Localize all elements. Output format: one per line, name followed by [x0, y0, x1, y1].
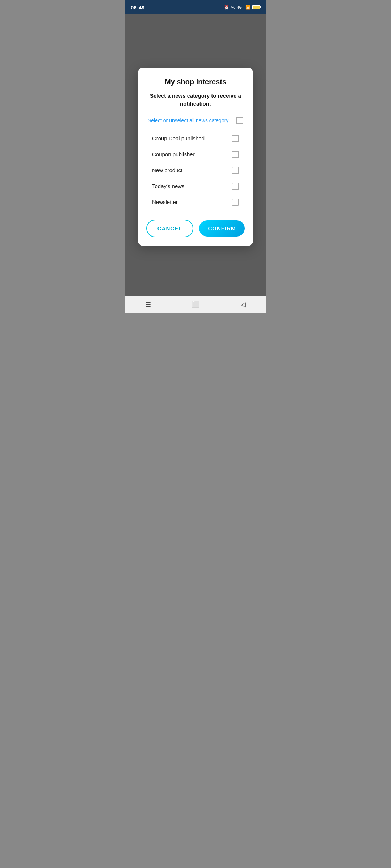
todays-news-label: Today's news [152, 183, 185, 189]
dialog-subtitle: Select a news category to receive a noti… [146, 92, 245, 108]
home-button[interactable]: ⬜ [185, 298, 207, 311]
coupon-label: Coupon published [152, 151, 196, 157]
confirm-button[interactable]: CONFIRM [199, 220, 245, 237]
bottom-nav: ☰ ⬜ ◁ [125, 296, 266, 313]
overlay: My shop interests Select a news category… [125, 0, 266, 313]
todays-news-checkbox[interactable] [232, 183, 239, 190]
volte-icon: Vo [231, 5, 235, 9]
checkbox-row-new-product[interactable]: New product [146, 163, 245, 178]
newsletter-checkbox[interactable] [232, 199, 239, 206]
status-bar: 06:49 ⏰ Vo 4G⁺ 📶 [125, 0, 266, 14]
coupon-checkbox[interactable] [232, 151, 239, 158]
status-icons: ⏰ Vo 4G⁺ 📶 [224, 5, 260, 10]
signal-icon: 📶 [245, 5, 251, 10]
checkbox-row-todays-news[interactable]: Today's news [146, 179, 245, 193]
new-product-checkbox[interactable] [232, 167, 239, 174]
network-icon: 4G⁺ [237, 5, 244, 9]
select-all-checkbox[interactable] [236, 117, 243, 124]
alarm-icon: ⏰ [224, 5, 229, 10]
dialog-title: My shop interests [146, 78, 245, 86]
group-deal-checkbox[interactable] [232, 135, 239, 142]
group-deal-label: Group Deal published [152, 135, 205, 141]
dialog-actions: CANCEL CONFIRM [146, 220, 245, 237]
new-product-label: New product [152, 167, 182, 173]
cancel-button[interactable]: CANCEL [146, 220, 193, 237]
back-nav-button[interactable]: ◁ [234, 298, 253, 311]
checkbox-row-coupon[interactable]: Coupon published [146, 147, 245, 162]
newsletter-label: Newsletter [152, 199, 178, 205]
battery-icon [252, 5, 260, 9]
select-all-label[interactable]: Select or unselect all news category [148, 118, 228, 123]
checkbox-row-group-deal[interactable]: Group Deal published [146, 131, 245, 146]
checkbox-row-newsletter[interactable]: Newsletter [146, 195, 245, 209]
dialog: My shop interests Select a news category… [138, 68, 253, 246]
select-all-row[interactable]: Select or unselect all news category [146, 117, 245, 124]
status-time: 06:49 [131, 4, 144, 10]
menu-button[interactable]: ☰ [138, 298, 158, 311]
